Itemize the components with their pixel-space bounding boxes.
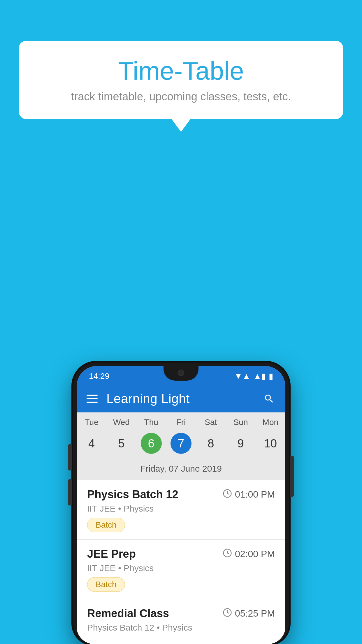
calendar-strip: Tue Wed Thu Fri Sat Sun Mon 4 5 6 7: [77, 412, 285, 480]
schedule-time-1: 01:00 PM: [223, 489, 275, 501]
schedule-title-2: JEE Prep: [87, 548, 136, 560]
day-header-fri: Fri: [166, 418, 196, 427]
phone-frame: 14:29 ▼▲ ▲▮ ▮ Learning Light: [73, 363, 289, 644]
day-8[interactable]: 8: [196, 429, 226, 457]
time-text-1: 01:00 PM: [235, 489, 275, 500]
clock-icon-2: [223, 548, 232, 560]
day-10[interactable]: 10: [256, 429, 285, 457]
menu-line-3: [87, 402, 98, 403]
day-9[interactable]: 9: [226, 429, 255, 457]
phone-notch: [164, 366, 198, 381]
time-text-2: 02:00 PM: [235, 549, 275, 559]
day-7[interactable]: 7: [166, 429, 196, 457]
status-time: 14:29: [89, 372, 109, 381]
schedule-item-1[interactable]: Physics Batch 12 01:00 PM IIT JEE • P: [77, 480, 285, 540]
clock-icon-3: [223, 608, 232, 620]
schedule-item-3[interactable]: Remedial Class 05:25 PM Physics Batch: [77, 599, 285, 644]
day-header-thu: Thu: [136, 418, 166, 427]
app-bar: Learning Light: [77, 385, 285, 412]
app-title: Learning Light: [106, 391, 263, 406]
status-icons: ▼▲ ▲▮ ▮: [234, 371, 273, 381]
signal-icon: ▲▮: [253, 371, 266, 381]
schedule-title-1: Physics Batch 12: [87, 488, 178, 501]
menu-line-2: [87, 398, 98, 399]
speech-bubble: Time-Table track timetable, upcoming cla…: [19, 41, 343, 119]
time-text-3: 05:25 PM: [235, 608, 275, 619]
phone-wrapper: 14:29 ▼▲ ▲▮ ▮ Learning Light: [73, 363, 289, 644]
day-numbers[interactable]: 4 5 6 7 8 9 10: [77, 429, 285, 457]
day-header-mon: Mon: [256, 418, 285, 427]
wifi-icon: ▼▲: [234, 372, 250, 381]
batch-tag-1: Batch: [87, 518, 125, 532]
front-camera: [178, 370, 184, 376]
day-header-sat: Sat: [196, 418, 226, 427]
schedule-sub-2: IIT JEE • Physics: [87, 563, 275, 573]
clock-icon-1: [223, 489, 232, 501]
day-4[interactable]: 4: [77, 429, 106, 457]
day-headers: Tue Wed Thu Fri Sat Sun Mon: [77, 418, 285, 427]
search-button[interactable]: [263, 392, 275, 405]
speech-bubble-container: Time-Table track timetable, upcoming cla…: [19, 41, 343, 119]
battery-icon: ▮: [269, 371, 273, 381]
schedule-list: Physics Batch 12 01:00 PM IIT JEE • P: [77, 480, 285, 644]
phone-screen: 14:29 ▼▲ ▲▮ ▮ Learning Light: [77, 366, 285, 644]
schedule-time-3: 05:25 PM: [223, 608, 275, 620]
day-6[interactable]: 6: [136, 429, 166, 457]
selected-date: Friday, 07 June 2019: [77, 461, 285, 478]
day-header-sun: Sun: [226, 418, 255, 427]
day-6-circle[interactable]: 6: [141, 433, 162, 454]
schedule-header-3: Remedial Class 05:25 PM: [87, 607, 275, 620]
schedule-item-2[interactable]: JEE Prep 02:00 PM IIT JEE • Physics: [77, 540, 285, 599]
day-header-tue: Tue: [77, 418, 106, 427]
day-header-wed: Wed: [106, 418, 136, 427]
menu-button[interactable]: [87, 395, 98, 403]
menu-line-1: [87, 395, 98, 396]
bubble-title: Time-Table: [36, 57, 326, 85]
schedule-title-3: Remedial Class: [87, 607, 169, 620]
bubble-subtitle: track timetable, upcoming classes, tests…: [36, 90, 326, 103]
schedule-sub-1: IIT JEE • Physics: [87, 504, 275, 514]
schedule-time-2: 02:00 PM: [223, 548, 275, 560]
day-5[interactable]: 5: [106, 429, 136, 457]
schedule-sub-3: Physics Batch 12 • Physics: [87, 623, 275, 633]
day-7-circle[interactable]: 7: [171, 433, 191, 454]
schedule-header-2: JEE Prep 02:00 PM: [87, 548, 275, 560]
batch-tag-2: Batch: [87, 577, 125, 592]
schedule-header-1: Physics Batch 12 01:00 PM: [87, 488, 275, 501]
